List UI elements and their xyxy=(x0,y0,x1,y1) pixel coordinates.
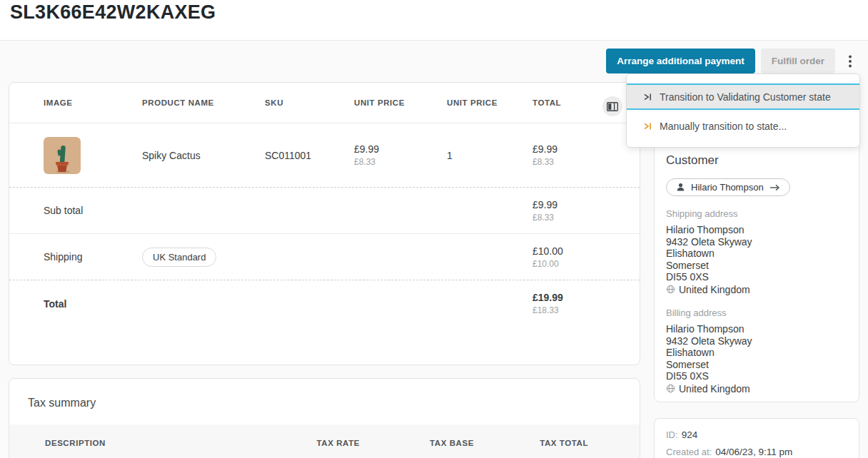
product-thumbnail-cactus xyxy=(44,137,81,174)
total-value: £19.99 xyxy=(533,292,622,303)
kebab-menu-icon xyxy=(849,55,852,68)
shipping-amount: £10.00 £10.00 xyxy=(533,245,622,269)
transition-icon xyxy=(642,121,652,131)
country-line: United Kingdom xyxy=(666,383,847,395)
subtotal-value: £9.99 xyxy=(533,199,622,210)
billing-address-block: Hilario Thompson 9432 Oleta Skyway Elish… xyxy=(666,323,847,395)
address-line: 9432 Oleta Skyway xyxy=(666,335,847,347)
order-id-value: 924 xyxy=(682,429,698,440)
shipping-country: United Kingdom xyxy=(679,284,750,296)
tax-column-base: TAX BASE xyxy=(430,439,474,447)
subtotal-label: Sub total xyxy=(44,205,265,216)
sku-cell: SC011001 xyxy=(265,150,354,161)
shipping-row: Shipping UK Standard £10.00 £10.00 xyxy=(9,234,640,280)
country-line: United Kingdom xyxy=(666,284,847,296)
quantity-cell: 1 xyxy=(447,150,533,161)
customer-section-title: Customer xyxy=(666,153,847,168)
order-id-label: ID: xyxy=(666,429,678,440)
globe-icon xyxy=(666,285,675,294)
shipping-address-label: Shipping address xyxy=(666,208,847,219)
order-summary-card: IMAGE PRODUCT NAME SKU UNIT PRICE UNIT P… xyxy=(9,82,640,365)
subtotal-row: Sub total £9.99 £8.33 xyxy=(9,188,640,234)
transition-icon xyxy=(642,92,652,102)
customer-card: Customer Hilario Thompson Shipping addre… xyxy=(654,140,859,402)
column-header-unit-price: UNIT PRICE xyxy=(354,98,447,107)
address-line: Elishatown xyxy=(666,347,847,359)
address-line: DI55 0XS xyxy=(666,271,847,283)
order-id-line: ID: 924 xyxy=(666,429,847,440)
address-line: 9432 Oleta Skyway xyxy=(666,236,847,248)
shipping-label: Shipping xyxy=(44,251,142,263)
arrange-additional-payment-button[interactable]: Arrange additional payment xyxy=(606,49,755,73)
shipping-value: £10.00 xyxy=(533,245,622,257)
created-at-line: Created at: 04/06/23, 9:11 pm xyxy=(666,447,847,457)
page-header: SL3K66E42W2KAXEG xyxy=(0,0,868,41)
tax-summary-header-row: DESCRIPTION TAX RATE TAX BASE TAX TOTAL xyxy=(9,424,640,458)
column-header-quantity: UNIT PRICE xyxy=(447,98,533,107)
tax-column-description: DESCRIPTION xyxy=(45,439,246,447)
billing-country: United Kingdom xyxy=(679,383,750,395)
created-at-label: Created at: xyxy=(666,447,712,457)
column-header-product-name: PRODUCT NAME xyxy=(142,98,265,107)
menu-item-transition-validating-customer[interactable]: Transition to Validating Customer state xyxy=(627,83,859,110)
more-actions-button[interactable] xyxy=(841,49,859,73)
unit-price-secondary-value: £8.33 xyxy=(354,157,447,167)
customer-profile-link[interactable]: Hilario Thompson xyxy=(666,178,790,196)
order-actions-toolbar: Arrange additional payment Fulfill order xyxy=(606,49,859,73)
address-line: Elishatown xyxy=(666,248,847,260)
tax-column-total: TAX TOTAL xyxy=(540,439,588,447)
address-line: Somerset xyxy=(666,359,847,371)
globe-icon xyxy=(666,384,675,393)
address-line: Hilario Thompson xyxy=(666,224,847,236)
unit-price-value: £9.99 xyxy=(354,143,447,155)
fulfill-order-button[interactable]: Fulfill order xyxy=(761,49,835,73)
line-item-row: Spiky Cactus SC011001 £9.99 £8.33 1 £9.9… xyxy=(9,123,640,188)
line-total-secondary-value: £8.33 xyxy=(533,157,622,167)
shipping-address-block: Hilario Thompson 9432 Oleta Skyway Elish… xyxy=(666,224,847,295)
total-label: Total xyxy=(44,298,265,310)
menu-item-label: Transition to Validating Customer state xyxy=(660,91,831,103)
menu-item-label: Manually transition to state... xyxy=(660,121,787,132)
column-header-image: IMAGE xyxy=(44,98,142,107)
billing-address-label: Billing address xyxy=(666,307,847,318)
line-items-header-row: IMAGE PRODUCT NAME SKU UNIT PRICE UNIT P… xyxy=(9,83,640,123)
address-line: Somerset xyxy=(666,260,847,272)
tax-summary-card: Tax summary DESCRIPTION TAX RATE TAX BAS… xyxy=(9,378,640,458)
line-total-value: £9.99 xyxy=(533,143,622,155)
total-row: Total £19.99 £18.33 xyxy=(9,280,640,327)
menu-item-manual-transition[interactable]: Manually transition to state... xyxy=(627,110,859,143)
line-total-cell: £9.99 £8.33 xyxy=(533,143,622,167)
address-line: DI55 0XS xyxy=(666,370,847,382)
subtotal-secondary-value: £8.33 xyxy=(533,213,622,223)
order-number-title: SL3K66E42W2KAXEG xyxy=(10,1,216,24)
total-secondary-value: £18.33 xyxy=(533,305,622,315)
product-name-cell: Spiky Cactus xyxy=(142,150,265,161)
person-icon xyxy=(676,183,685,192)
total-amount: £19.99 £18.33 xyxy=(533,292,622,315)
table-columns-icon xyxy=(607,102,618,111)
unit-price-cell: £9.99 £8.33 xyxy=(354,143,447,167)
shipping-method-badge: UK Standard xyxy=(142,248,216,267)
shipping-secondary-value: £10.00 xyxy=(533,259,622,269)
toggle-columns-button[interactable] xyxy=(602,96,622,116)
created-at-value: 04/06/23, 9:11 pm xyxy=(715,447,792,457)
arrow-right-icon xyxy=(769,184,780,191)
state-transition-dropdown: Transition to Validating Customer state … xyxy=(626,73,860,148)
tax-summary-title: Tax summary xyxy=(9,379,640,409)
column-header-sku: SKU xyxy=(265,98,354,107)
order-meta-card: ID: 924 Created at: 04/06/23, 9:11 pm xyxy=(654,418,859,458)
product-image-cell xyxy=(44,137,142,174)
address-line: Hilario Thompson xyxy=(666,323,847,335)
customer-name: Hilario Thompson xyxy=(691,182,764,193)
tax-column-rate: TAX RATE xyxy=(317,439,360,447)
subtotal-amount: £9.99 £8.33 xyxy=(533,199,622,223)
